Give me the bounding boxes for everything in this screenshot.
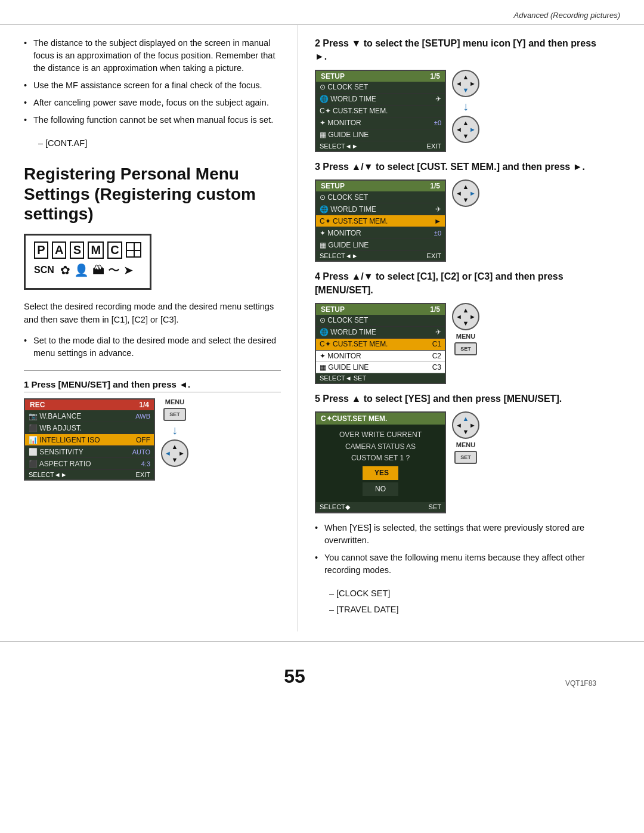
menu-label: MENU [165,398,184,405]
screen1-header: REC 1/4 [25,400,154,410]
screen1-footer: SELECT◄► EXIT [25,470,154,479]
after-bullet-0: When [YES] is selected, the settings tha… [315,522,601,547]
step1-heading: 1 Press [MENU/SET] and then press ◄. [24,379,281,392]
step3-screen-area: SETUP 1/5 ⊙ CLOCK SET 🌐 WORLD TIME✈ C✦ C… [315,179,601,262]
arrow-down-icon: ↓ [172,423,178,437]
page-number: 55 [284,665,305,688]
screen1-row2: 📊 INTELLIGENT ISO OFF [25,434,154,446]
step2-screen-area: SETUP 1/5 ⊙ CLOCK SET 🌐 WORLD TIME✈ C✦ C… [315,70,601,152]
step5-title: 5 Press ▲ to select [YES] and then press… [315,392,601,405]
bullet-item: After canceling power save mode, focus o… [24,97,281,109]
screen1-row3: ⬜ SENSITIVITY AUTO [25,446,154,458]
step3-row3: ✦ MONITOR±0 [316,227,445,239]
step2-row4: ▦ GUIDE LINE [316,129,445,141]
section-title: Registering Personal Menu Settings (Regi… [24,164,281,224]
step3-screen: SETUP 1/5 ⊙ CLOCK SET 🌐 WORLD TIME✈ C✦ C… [315,179,446,262]
screen1-row4: ⬛ ASPECT RATIO 4:3 [25,458,154,470]
step3-row0: ⊙ CLOCK SET [316,191,445,203]
step3-title: 3 Press ▲/▼ to select [CUST. SET MEM.] a… [315,160,601,174]
step4-screen: SETUP 1/5 ⊙ CLOCK SET 🌐 WORLD TIME✈ C✦ C… [315,303,446,384]
step2-row0: ⊙ CLOCK SET [316,82,445,94]
step3-header: SETUP 1/5 [316,181,445,191]
step4-title: 4 Press ▲/▼ to select [C1], [C2] or [C3]… [315,270,601,297]
step4-footer: SELECT◄ SET [316,373,445,383]
step5-screen-area: C✦CUST.SET MEM. OVER WRITE CURRENT CAMER… [315,411,601,513]
step3-row1: 🌐 WORLD TIME✈ [316,203,445,215]
page-footer: 55 VQT1F83 [0,641,644,699]
bullet-item: The following function cannot be set whe… [24,114,281,126]
step5-header: C✦CUST.SET MEM. [316,413,445,425]
mode-s-icon: S [70,241,84,259]
mode-scn-icon: SCN [34,265,54,275]
step5-menu-label: MENU [456,441,475,448]
step3-footer: SELECT◄► EXIT [316,251,445,261]
page-code: VQT1F83 [565,679,620,688]
step5-set-btn: SET [454,451,477,464]
advance-bullet-item: Set to the mode dial to the desired mode… [24,335,281,360]
step2-nav-circle2: ▲ ▼ ◄ ► [452,116,479,143]
step2-screen: SETUP 1/5 ⊙ CLOCK SET 🌐 WORLD TIME✈ C✦ C… [315,70,446,152]
desc-text: Select the desired recording mode and th… [24,301,281,327]
set-btn: SET [163,408,186,421]
mode-wave-icon: 〜 [108,262,120,278]
step1-nav: MENU SET ↓ ▲ ▼ ◄ ► [161,398,188,467]
no-option: NO [363,482,398,496]
header-text: Advanced (Recording pictures) [514,11,620,20]
mode-m-icon: M [88,241,104,259]
left-column: The distance to the subject displayed on… [0,25,298,631]
screen1-row1: ⬛ WB ADJUST. [25,422,154,434]
after-bullet-1: You cannot save the following menu items… [315,552,601,577]
step4-screen-area: SETUP 1/5 ⊙ CLOCK SET 🌐 WORLD TIME✈ C✦ C… [315,303,601,384]
step4-nav-circle: ▲ ▼ ◄ ► [452,303,479,330]
step3-row4: ▦ GUIDE LINE [316,239,445,251]
step4-c3-row: ▦ GUIDE LINEC3 [316,362,445,373]
page-header: Advanced (Recording pictures) [0,0,644,25]
step2-screen-header: SETUP 1/5 [316,71,445,82]
mode-a-icon: A [52,241,66,259]
nav-circle: ▲ ▼ ◄ ► [161,439,188,467]
step4-screen-container: SETUP 1/5 ⊙ CLOCK SET 🌐 WORLD TIME✈ C✦ C… [315,303,446,384]
step5-nav-circle: ▲ ▼ ◄ ► [452,411,479,439]
screen1-row0: 📷 W.BALANCE AWB [25,410,154,422]
step2-arrow-right: ↓ [463,100,469,113]
advance-bullet: Set to the mode dial to the desired mode… [24,335,281,360]
step5-body: OVER WRITE CURRENT CAMERA STATUS AS CUST… [316,425,445,502]
clock-set-item: – [CLOCK SET] [315,587,601,600]
intro-bullets: The distance to the subject displayed on… [24,37,281,126]
mode-star-icon: ✿ [60,263,70,277]
step5-footer: SELECT◆ SET [316,502,445,512]
step2-title: 2 Press ▼ to select the [SETUP] menu ico… [315,37,601,64]
step4-c2-row: ✦ MONITORC2 [316,351,445,362]
step4-header: SETUP 1/5 [316,304,445,315]
yes-option: YES [363,466,398,480]
sub-item-contaf: – [CONT.AF] [24,137,281,150]
step2-footer: SELECT◄► EXIT [316,141,445,151]
step1-screen: REC 1/4 📷 W.BALANCE AWB ⬛ WB ADJUST. 📊 I… [24,398,155,481]
step2-row2: C✦ CUST.SET MEM. [316,106,445,117]
bullet-item: The distance to the subject displayed on… [24,37,281,75]
step2-row1: 🌐 WORLD TIME✈ [316,94,445,106]
step3-nav: ▲ ▼ ◄ ► [452,179,479,207]
mode-person-icon: 👤 [74,263,89,277]
step4-row2-selected: C✦ CUST.SET MEM. C1 [316,339,445,351]
step3-nav-circle: ▲ ▼ ◄ ► [452,179,479,207]
after-bullets: When [YES] is selected, the settings tha… [315,522,601,577]
right-column: 2 Press ▼ to select the [SETUP] menu ico… [298,25,620,631]
step2-row3: ✦ MONITOR±0 [316,117,445,129]
step3-row2-selected: C✦ CUST.SET MEM. ► [316,215,445,227]
step1-screen-area: REC 1/4 📷 W.BALANCE AWB ⬛ WB ADJUST. 📊 I… [24,398,281,481]
mode-c-icon: C [107,241,122,259]
step4-row0: ⊙ CLOCK SET [316,315,445,327]
step4-row1: 🌐 WORLD TIME✈ [316,327,445,339]
step5-screen: C✦CUST.SET MEM. OVER WRITE CURRENT CAMER… [315,411,446,513]
travel-date-item: – [TRAVEL DATE] [315,603,601,616]
step4-menu-label: MENU [456,333,475,340]
bullet-item: Use the MF assistance screen for a final… [24,79,281,92]
mode-p-icon: P [34,241,48,259]
mode-sport-icon: ➤ [123,263,134,277]
step2-nav-circle: ▲ ▼ ◄ ► [452,70,479,97]
mode-grid-icon [126,242,141,258]
mode-icons-box: P A S M C SCN ✿ 👤 🏔 〜 ➤ [24,234,151,290]
step4-nav: ▲ ▼ ◄ ► MENU SET [452,303,479,355]
step5-nav: ▲ ▼ ◄ ► MENU SET [452,411,479,464]
